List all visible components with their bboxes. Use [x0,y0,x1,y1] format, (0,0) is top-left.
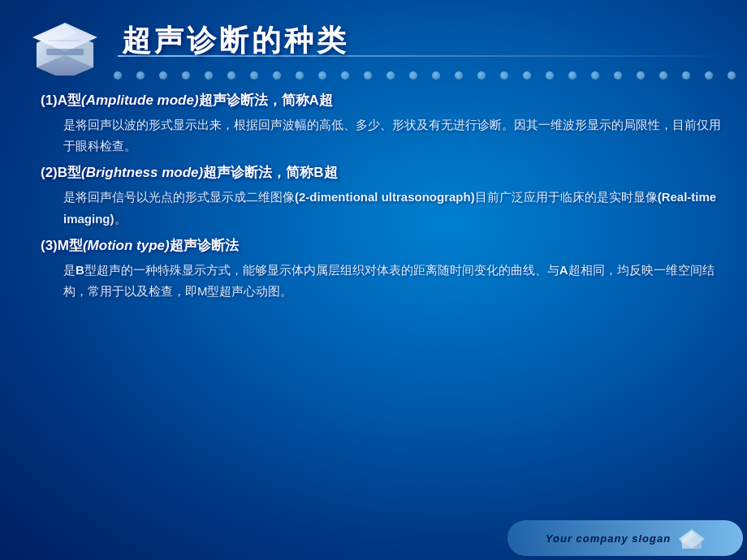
svg-rect-5 [46,49,84,55]
section1-prefix: (1)A型(Amplitude mode) [41,93,199,108]
section-motion-title: (3)M型(Motion type)超声诊断法 [41,235,723,258]
main-content: (1)A型(Amplitude mode)超声诊断法，简称A超 是将回声以波的形… [41,89,723,511]
section-motion-body: 是B型超声的一种特殊显示方式，能够显示体内属层组织对体表的距离随时间变化的曲线、… [41,260,723,303]
section-amplitude: (1)A型(Amplitude mode)超声诊断法，简称A超 是将回声以波的形… [41,89,723,157]
slogan-text: Your company slogan [546,532,671,545]
slogan-bar: Your company slogan [507,520,743,556]
section-brightness-title: (2)B型(Brightness mode)超声诊断法，简称B超 [41,162,723,185]
section-brightness-body: 是将回声信号以光点的形式显示成二维图像(2-dimentional ultras… [41,187,723,230]
page-title: 超声诊断的种类 [122,21,349,61]
slogan-icon [679,526,705,550]
section-amplitude-title: (1)A型(Amplitude mode)超声诊断法，简称A超 [41,89,723,113]
section3-suffix: 超声诊断法 [170,238,239,253]
section3-prefix: (3)M型(Motion type) [41,238,170,253]
logo-icon [16,4,114,77]
section-amplitude-body: 是将回声以波的形式显示出来，根据回声波幅的高低、多少、形状及有无进行诊断。因其一… [41,114,723,157]
section2-suffix: 超声诊断法，简称B超 [203,165,337,180]
section-motion: (3)M型(Motion type)超声诊断法 是B型超声的一种特殊显示方式，能… [41,235,723,302]
section2-prefix: (2)B型(Brightness mode) [41,165,203,180]
section1-suffix: 超声诊断法，简称A超 [199,93,333,108]
section-brightness: (2)B型(Brightness mode)超声诊断法，简称B超 是将回声信号以… [41,162,723,229]
